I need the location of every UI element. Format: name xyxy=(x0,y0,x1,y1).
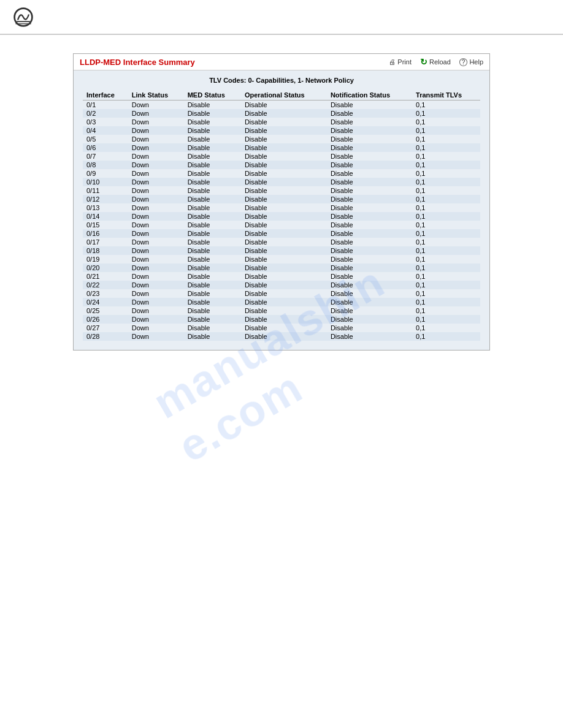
table-cell: Disable xyxy=(184,229,241,238)
table-cell: Disable xyxy=(327,315,412,324)
logo xyxy=(12,6,34,30)
table-row: 0/18DownDisableDisableDisable0,1 xyxy=(83,246,480,255)
table-cell: Disable xyxy=(327,195,412,203)
table-cell: Disable xyxy=(241,143,327,152)
panel-title: LLDP-MED Interface Summary xyxy=(80,58,195,67)
table-cell: Down xyxy=(128,161,184,169)
table-cell: Disable xyxy=(241,135,327,143)
table-cell: Disable xyxy=(184,289,241,298)
table-row: 0/15DownDisableDisableDisable0,1 xyxy=(83,221,480,229)
table-cell: Down xyxy=(128,143,184,152)
table-row: 0/26DownDisableDisableDisable0,1 xyxy=(83,315,480,324)
table-cell: Disable xyxy=(327,169,412,178)
table-cell: Down xyxy=(128,246,184,255)
table-cell: 0/22 xyxy=(83,281,128,289)
table-cell: 0/23 xyxy=(83,289,128,298)
table-cell: Disable xyxy=(184,246,241,255)
table-cell: Down xyxy=(128,332,184,341)
table-row: 0/23DownDisableDisableDisable0,1 xyxy=(83,289,480,298)
table-cell: Disable xyxy=(241,212,327,221)
table-cell: 0/13 xyxy=(83,203,128,212)
table-cell: Down xyxy=(128,118,184,126)
table-cell: Disable xyxy=(327,135,412,143)
table-cell: Disable xyxy=(184,152,241,161)
table-cell: Disable xyxy=(184,178,241,186)
table-cell: Disable xyxy=(241,178,327,186)
table-cell: 0/21 xyxy=(83,272,128,281)
table-row: 0/9DownDisableDisableDisable0,1 xyxy=(83,169,480,178)
col-transmit-tlvs: Transmit TLVs xyxy=(412,90,480,100)
table-cell: Disable xyxy=(184,281,241,289)
table-row: 0/28DownDisableDisableDisable0,1 xyxy=(83,332,480,341)
table-row: 0/5DownDisableDisableDisable0,1 xyxy=(83,135,480,143)
table-cell: Disable xyxy=(327,324,412,332)
table-cell: Down xyxy=(128,169,184,178)
table-cell: 0/19 xyxy=(83,255,128,264)
table-cell: 0,1 xyxy=(412,255,480,264)
table-cell: 0,1 xyxy=(412,306,480,315)
table-cell: Disable xyxy=(327,152,412,161)
table-cell: Disable xyxy=(184,212,241,221)
table-cell: Disable xyxy=(327,100,412,110)
table-cell: Disable xyxy=(184,221,241,229)
reload-label: Reload xyxy=(429,58,451,66)
print-label: Print xyxy=(397,58,412,66)
table-cell: 0,1 xyxy=(412,246,480,255)
panel-body: TLV Codes: 0- Capabilities, 1- Network P… xyxy=(74,70,489,350)
table-cell: Disable xyxy=(184,272,241,281)
panel-header: LLDP-MED Interface Summary 🖨 Print ↻ Rel… xyxy=(74,54,489,70)
table-cell: Disable xyxy=(241,186,327,195)
table-cell: 0,1 xyxy=(412,178,480,186)
table-cell: Disable xyxy=(327,264,412,272)
table-cell: 0,1 xyxy=(412,212,480,221)
table-cell: Down xyxy=(128,221,184,229)
table-cell: 0/18 xyxy=(83,246,128,255)
table-cell: Disable xyxy=(241,118,327,126)
reload-icon: ↻ xyxy=(420,57,427,67)
table-cell: 0/12 xyxy=(83,195,128,203)
table-row: 0/4DownDisableDisableDisable0,1 xyxy=(83,126,480,135)
table-cell: Disable xyxy=(241,272,327,281)
table-cell: Down xyxy=(128,212,184,221)
table-cell: Down xyxy=(128,298,184,306)
table-cell: Disable xyxy=(184,135,241,143)
table-cell: Down xyxy=(128,255,184,264)
table-cell: Disable xyxy=(184,306,241,315)
table-cell: 0/9 xyxy=(83,169,128,178)
table-cell: Disable xyxy=(241,221,327,229)
table-cell: Down xyxy=(128,264,184,272)
table-cell: Disable xyxy=(241,289,327,298)
print-button[interactable]: 🖨 Print xyxy=(389,58,412,66)
table-cell: 0,1 xyxy=(412,238,480,246)
table-cell: 0/10 xyxy=(83,178,128,186)
table-cell: 0,1 xyxy=(412,281,480,289)
table-cell: Disable xyxy=(241,203,327,212)
table-cell: 0,1 xyxy=(412,152,480,161)
table-cell: 0,1 xyxy=(412,143,480,152)
table-cell: Disable xyxy=(184,255,241,264)
table-cell: Disable xyxy=(241,195,327,203)
table-cell: Down xyxy=(128,238,184,246)
help-button[interactable]: ? Help xyxy=(459,58,483,66)
lldp-med-panel: LLDP-MED Interface Summary 🖨 Print ↻ Rel… xyxy=(73,53,490,351)
table-cell: Disable xyxy=(241,126,327,135)
table-row: 0/19DownDisableDisableDisable0,1 xyxy=(83,255,480,264)
reload-button[interactable]: ↻ Reload xyxy=(420,57,451,67)
table-cell: Down xyxy=(128,229,184,238)
table-cell: Disable xyxy=(184,186,241,195)
table-cell: 0/16 xyxy=(83,229,128,238)
table-cell: Disable xyxy=(241,246,327,255)
table-cell: Disable xyxy=(184,203,241,212)
table-cell: Disable xyxy=(327,229,412,238)
table-cell: Down xyxy=(128,195,184,203)
table-cell: 0,1 xyxy=(412,126,480,135)
table-cell: 0/27 xyxy=(83,324,128,332)
table-row: 0/8DownDisableDisableDisable0,1 xyxy=(83,161,480,169)
table-cell: Disable xyxy=(241,152,327,161)
table-cell: Disable xyxy=(327,118,412,126)
table-cell: Disable xyxy=(241,281,327,289)
table-row: 0/7DownDisableDisableDisable0,1 xyxy=(83,152,480,161)
table-cell: 0,1 xyxy=(412,298,480,306)
table-row: 0/25DownDisableDisableDisable0,1 xyxy=(83,306,480,315)
table-cell: Disable xyxy=(327,126,412,135)
